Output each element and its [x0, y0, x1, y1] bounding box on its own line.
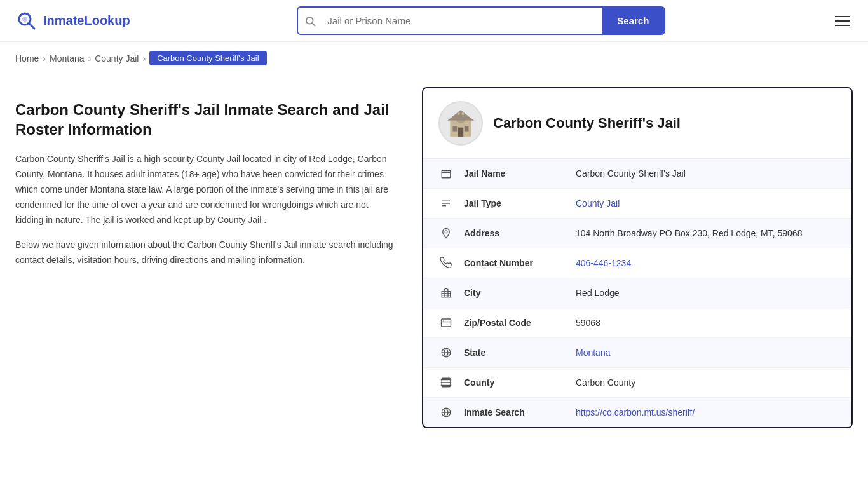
breadcrumb-sep-3: ›: [142, 53, 146, 64]
jail-type-link[interactable]: County Jail: [576, 198, 620, 208]
zip-icon: [438, 317, 454, 329]
state-label: State: [464, 348, 566, 358]
card-header: Carbon County Sheriff's Jail: [423, 88, 851, 159]
county-icon: [438, 377, 454, 388]
table-row: Jail Type County Jail: [423, 189, 851, 219]
svg-rect-13: [442, 171, 451, 178]
type-icon: [438, 198, 454, 209]
search-area: Search: [297, 6, 665, 35]
svg-point-17: [445, 231, 447, 233]
table-row: Zip/Postal Code 59068: [423, 308, 851, 338]
search-icon: [298, 10, 322, 32]
phone-icon: [438, 257, 454, 269]
contact-label: Contact Number: [464, 258, 566, 268]
breadcrumb-sep-1: ›: [43, 53, 46, 64]
logo-icon: [15, 10, 38, 32]
svg-line-1: [29, 23, 34, 29]
main-content: Carbon County Sheriff's Jail Inmate Sear…: [0, 74, 868, 454]
address-icon: [438, 227, 454, 239]
svg-line-4: [313, 23, 315, 25]
table-row: Address 104 North Broadway PO Box 230, R…: [423, 219, 851, 248]
search-wrapper: Search: [297, 6, 665, 35]
zip-value: 59068: [576, 318, 600, 328]
hamburger-menu[interactable]: [832, 13, 853, 29]
table-row: State Montana: [423, 338, 851, 368]
city-icon: [438, 287, 454, 299]
state-icon: [438, 347, 454, 358]
state-link[interactable]: Montana: [576, 348, 610, 358]
svg-marker-10: [447, 110, 474, 121]
svg-point-2: [22, 17, 27, 22]
jail-name-value: Carbon County Sheriff's Jail: [576, 168, 686, 179]
inmate-search-icon: [438, 407, 454, 418]
breadcrumb-home[interactable]: Home: [15, 53, 39, 64]
logo: InmateLookup: [15, 10, 130, 32]
table-row: Jail Name Carbon County Sheriff's Jail: [423, 159, 851, 189]
breadcrumb-sep-2: ›: [88, 53, 92, 64]
table-row: City Red Lodge: [423, 278, 851, 308]
svg-rect-19: [442, 319, 451, 327]
inmate-search-label: Inmate Search: [464, 407, 566, 417]
inmate-search-value: https://co.carbon.mt.us/sheriff/: [576, 407, 695, 417]
search-button[interactable]: Search: [602, 8, 664, 34]
inmate-search-link[interactable]: https://co.carbon.mt.us/sheriff/: [576, 407, 695, 417]
city-label: City: [464, 288, 566, 298]
address-label: Address: [464, 228, 566, 238]
table-row: Contact Number 406-446-1234: [423, 248, 851, 278]
svg-rect-11: [458, 112, 459, 114]
jail-type-value: County Jail: [576, 198, 620, 208]
card-title: Carbon County Sheriff's Jail: [493, 115, 681, 132]
breadcrumb-montana[interactable]: Montana: [50, 53, 84, 64]
table-row: County Carbon County: [423, 368, 851, 398]
description-para-1: Carbon County Sheriff's Jail is a high s…: [15, 152, 397, 227]
page-heading: Carbon County Sheriff's Jail Inmate Sear…: [15, 100, 397, 139]
jail-icon: [438, 168, 454, 179]
state-value: Montana: [576, 348, 610, 358]
contact-link[interactable]: 406-446-1234: [576, 258, 631, 268]
table-row: Inmate Search https://co.carbon.mt.us/sh…: [423, 398, 851, 427]
county-value: Carbon County: [576, 377, 635, 388]
zip-label: Zip/Postal Code: [464, 318, 566, 328]
info-table: Jail Name Carbon County Sheriff's Jail J…: [423, 159, 851, 427]
left-panel: Carbon County Sheriff's Jail Inmate Sear…: [15, 87, 422, 278]
breadcrumb-county-jail[interactable]: County Jail: [95, 53, 139, 64]
jail-name-label: Jail Name: [464, 168, 566, 179]
logo-text: InmateLookup: [43, 13, 130, 28]
svg-rect-9: [458, 128, 463, 137]
facility-image: [438, 101, 483, 146]
search-input[interactable]: [322, 9, 602, 32]
breadcrumb-current: Carbon County Sheriff's Jail: [149, 51, 267, 65]
address-value: 104 North Broadway PO Box 230, Red Lodge…: [576, 228, 802, 238]
description-para-2: Below we have given information about th…: [15, 238, 397, 268]
county-label: County: [464, 377, 566, 388]
breadcrumb: Home › Montana › County Jail › Carbon Co…: [0, 42, 868, 74]
contact-value: 406-446-1234: [576, 258, 631, 268]
jail-type-label: Jail Type: [464, 198, 566, 208]
svg-rect-18: [442, 292, 451, 297]
svg-rect-12: [462, 112, 464, 114]
header: InmateLookup Search: [0, 0, 868, 42]
city-value: Red Lodge: [576, 288, 620, 298]
svg-rect-8: [465, 126, 469, 131]
svg-rect-7: [453, 126, 458, 131]
info-card: Carbon County Sheriff's Jail Jail Name C…: [422, 87, 853, 428]
